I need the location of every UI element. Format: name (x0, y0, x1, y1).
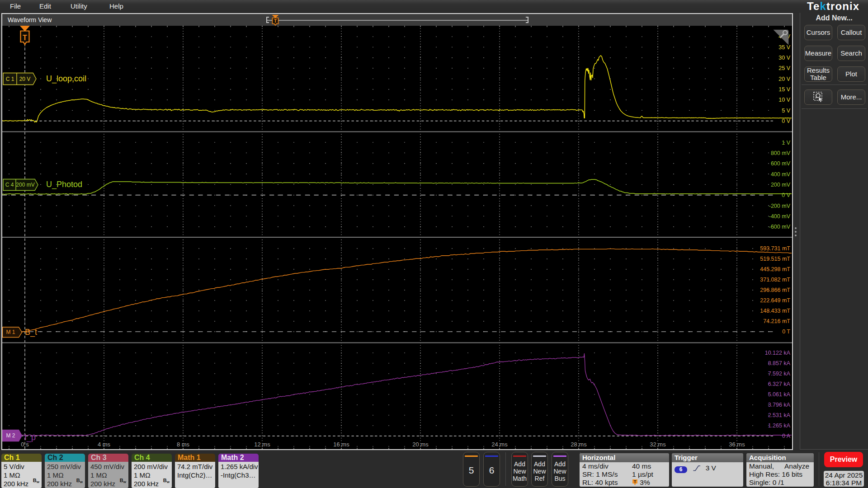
svg-text:800 mV: 800 mV (771, 150, 791, 156)
svg-text:10 V: 10 V (778, 97, 790, 103)
svg-text:-200 mV: -200 mV (769, 203, 791, 209)
svg-text:0 V: 0 V (782, 118, 790, 124)
svg-text:B_t: B_t (25, 328, 37, 337)
svg-text:1 V: 1 V (782, 140, 790, 146)
svg-text:0 V: 0 V (782, 192, 790, 198)
svg-text:24 ms: 24 ms (491, 441, 508, 448)
svg-text:7.592 kA: 7.592 kA (768, 371, 791, 377)
svg-text:8.857 kA: 8.857 kA (768, 360, 791, 366)
svg-text:400 mV: 400 mV (771, 171, 791, 178)
svg-text:5.061 kA: 5.061 kA (768, 391, 791, 398)
svg-text:T: T (274, 18, 277, 23)
svg-text:30 V: 30 V (778, 55, 790, 61)
svg-text:-600 mV: -600 mV (769, 224, 791, 230)
svg-text:296.866 mT: 296.866 mT (760, 287, 790, 293)
svg-text:20 ms: 20 ms (412, 441, 429, 448)
svg-text:371.082 mT: 371.082 mT (760, 277, 790, 283)
svg-text:35 V: 35 V (778, 44, 790, 51)
svg-text:4 ms: 4 ms (98, 441, 111, 448)
svg-text:1.265 kA: 1.265 kA (768, 422, 791, 429)
svg-text:U_Photod: U_Photod (46, 180, 82, 189)
svg-text:28 ms: 28 ms (571, 441, 587, 448)
svg-text:148.433 mT: 148.433 mT (760, 308, 790, 314)
svg-text:T: T (634, 479, 637, 484)
svg-text:-400 mV: -400 mV (769, 213, 791, 220)
svg-text:6.327 kA: 6.327 kA (768, 381, 791, 387)
svg-text:20 V: 20 V (778, 76, 790, 82)
svg-text:C 1: C 1 (6, 76, 14, 82)
svg-text:U_loop,coil: U_loop,coil (46, 74, 86, 84)
svg-text:10.122 kA: 10.122 kA (765, 350, 791, 356)
svg-text:M 1: M 1 (6, 329, 15, 335)
svg-text:222.649 mT: 222.649 mT (760, 297, 790, 304)
svg-text:25 V: 25 V (778, 65, 790, 71)
svg-text:200 mV: 200 mV (771, 182, 791, 188)
svg-text:T: T (23, 34, 27, 42)
svg-text:0 T: 0 T (782, 328, 790, 335)
svg-text:0 A: 0 A (782, 433, 791, 439)
svg-text:32 ms: 32 ms (650, 441, 666, 448)
svg-text:593.731 mT: 593.731 mT (760, 245, 790, 252)
svg-text:8 ms: 8 ms (177, 441, 190, 448)
svg-text:3.796 kA: 3.796 kA (768, 402, 791, 408)
svg-text:519.515 mT: 519.515 mT (760, 256, 790, 262)
svg-text:C 4: C 4 (5, 182, 14, 188)
svg-text:15 V: 15 V (778, 86, 790, 93)
svg-text:I_p: I_p (24, 433, 36, 442)
svg-text:12 ms: 12 ms (254, 441, 270, 448)
svg-text:200 mV: 200 mV (16, 182, 34, 188)
svg-text:16 ms: 16 ms (333, 441, 349, 448)
svg-text:36 ms: 36 ms (729, 441, 745, 448)
svg-text:74.216 mT: 74.216 mT (763, 318, 790, 324)
svg-text:M 2: M 2 (6, 432, 15, 439)
svg-text:20 V: 20 V (19, 76, 31, 82)
svg-text:445.298 mT: 445.298 mT (760, 266, 790, 272)
svg-text:5 V: 5 V (782, 108, 790, 114)
svg-text:2.531 kA: 2.531 kA (768, 412, 791, 418)
svg-text:600 mV: 600 mV (771, 160, 791, 167)
